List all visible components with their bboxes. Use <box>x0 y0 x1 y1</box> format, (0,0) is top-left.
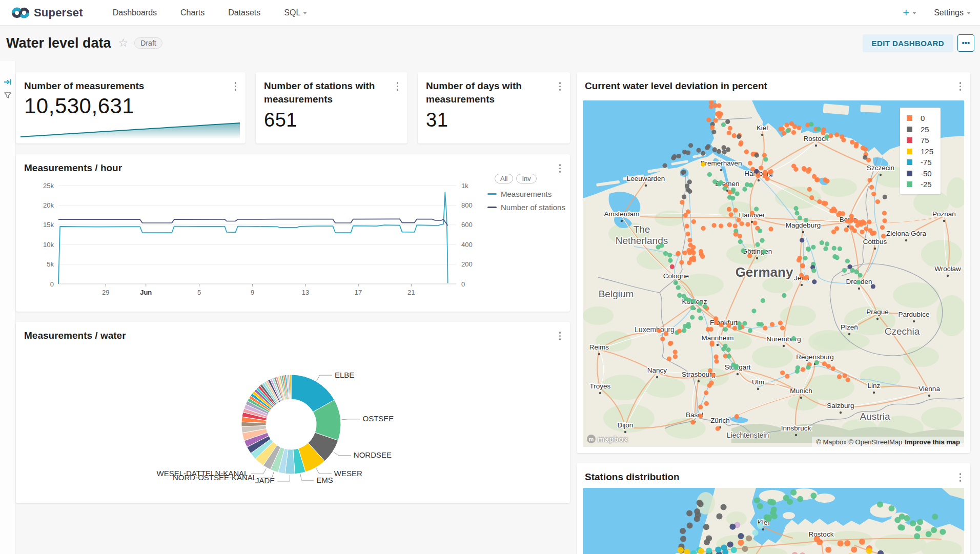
legend-label: Number of stations <box>501 203 565 212</box>
navbar-item-sql[interactable]: SQL <box>284 8 307 17</box>
chart-options-icon[interactable] <box>558 81 562 92</box>
settings-label: Settings <box>934 8 964 17</box>
svg-text:0: 0 <box>461 280 465 288</box>
chart-title: Number of days with measurements <box>426 79 547 106</box>
map-legend-item: -75 <box>907 157 933 168</box>
map-city-label: Linz <box>868 382 881 389</box>
map-city-label: Nancy <box>647 366 667 374</box>
station-dots-oder-gray <box>883 195 887 199</box>
favorite-star-icon[interactable]: ☆ <box>118 36 129 50</box>
map-city-label: Cottbus <box>863 238 887 245</box>
svg-text:400: 400 <box>461 241 473 249</box>
stations-map[interactable]: KielRostockBremerhaven <box>583 488 964 554</box>
chart-title: Stations distribution <box>585 470 948 484</box>
navbar-right: + Settings <box>903 6 971 19</box>
svg-text:21: 21 <box>407 289 415 296</box>
map-city-label: Regensburg <box>796 353 834 361</box>
legend-item[interactable]: Measurements <box>487 190 569 198</box>
attribution-text: © Mapbox © OpenStreetMap <box>816 438 902 446</box>
legend-label: 0 <box>921 114 925 122</box>
svg-text:1k: 1k <box>461 182 468 190</box>
settings-menu[interactable]: Settings <box>934 8 971 17</box>
svg-text:0: 0 <box>50 280 54 288</box>
donut-chart: ELBEOSTSEENORDSEEWESEREMSJADENORD-OSTSEE… <box>16 322 570 503</box>
superset-logo[interactable]: Superset <box>11 6 83 20</box>
chevron-down-icon <box>967 12 971 14</box>
navbar: Superset DashboardsChartsDatasetsSQL + S… <box>0 0 980 26</box>
legend-swatch <box>907 149 912 154</box>
map-city-label: Szczecin <box>867 164 894 172</box>
map-city-label: Kiel <box>757 124 768 132</box>
navbar-menu: DashboardsChartsDatasetsSQL <box>113 8 308 17</box>
legend-swatch <box>907 137 912 143</box>
map-city-label: Innsbruck <box>781 424 811 432</box>
dashboard-more-button[interactable]: ••• <box>957 34 974 52</box>
legend-label: 25 <box>921 125 929 134</box>
svg-text:OSTSEE: OSTSEE <box>363 414 394 423</box>
legend-label: 125 <box>921 147 933 156</box>
deviation-map[interactable]: LeeuwardenAmsterdamTheNetherlandsBelgium… <box>583 100 964 447</box>
map-city-label: Rostock <box>809 530 834 538</box>
new-item-button[interactable]: + <box>903 6 916 19</box>
chart-options-icon[interactable] <box>234 81 238 92</box>
kpi-value: 651 <box>264 109 297 131</box>
improve-map-link[interactable]: Improve this map <box>905 438 960 446</box>
svg-text:20k: 20k <box>43 201 54 209</box>
map-attribution: © Mapbox © OpenStreetMap Improve this ma… <box>812 437 964 447</box>
legend-swatch <box>907 115 912 121</box>
svg-text:25k: 25k <box>43 182 54 190</box>
map-city-label: Luxembourg <box>635 325 675 334</box>
legend-swatch <box>487 193 497 195</box>
station-dots-szczecin-gray <box>863 155 867 160</box>
map-city-label: Amsterdam <box>604 210 639 218</box>
mapbox-logo-icon: m <box>587 435 596 443</box>
svg-text:29: 29 <box>102 289 109 296</box>
timeseries-chart: 005k20010k40015k60020k80025k1k29Jun59131… <box>16 154 570 312</box>
legend-button-all[interactable]: All <box>495 174 513 183</box>
filter-funnel-icon[interactable] <box>0 89 15 102</box>
mapbox-logo[interactable]: m mapbox <box>587 434 628 444</box>
chart-card-number-of-measurements: Number of measurements 10,530,631 <box>16 72 246 143</box>
legend-label: 75 <box>921 136 929 145</box>
legend-swatch <box>907 171 912 176</box>
legend-label: -25 <box>921 180 932 189</box>
map-legend-item: -25 <box>907 179 933 190</box>
legend-button-inv[interactable]: Inv <box>516 174 536 183</box>
map-city-label: Germany <box>736 264 793 280</box>
map-city-label: Reims <box>589 343 609 351</box>
chart-options-icon[interactable] <box>958 81 963 92</box>
map-city-label: Zürich <box>710 417 730 424</box>
svg-text:15k: 15k <box>43 221 54 229</box>
map-city-label: Zielona Góra <box>886 230 927 237</box>
expand-filter-bar-icon[interactable] <box>0 75 15 89</box>
svg-text:200: 200 <box>461 260 473 268</box>
map-city-label: Czechia <box>885 326 920 337</box>
chart-title: Current water level deviation in percent <box>585 79 948 93</box>
map-city-label: Magdeburg <box>786 221 821 229</box>
legend-swatch <box>907 159 912 165</box>
chevron-down-icon <box>303 12 307 14</box>
legend-swatch <box>907 127 912 132</box>
map-city-label: Wrocław <box>934 265 961 273</box>
map-canvas: KielRostockBremerhaven <box>583 488 964 554</box>
chart-card-measurements-per-water: Measurements / water ELBEOSTSEENORDSEEWE… <box>16 322 570 503</box>
edit-dashboard-button[interactable]: EDIT DASHBOARD <box>863 34 953 52</box>
legend-label: -75 <box>921 158 932 167</box>
chart-title: Number of stations with measurements <box>264 79 385 106</box>
legend-item[interactable]: Number of stations <box>487 203 569 212</box>
navbar-item-datasets[interactable]: Datasets <box>228 8 260 17</box>
chart-options-icon[interactable] <box>396 81 400 92</box>
map-city-label: Göttingen <box>742 248 772 255</box>
map-city-label: Ulm <box>752 378 764 386</box>
navbar-item-charts[interactable]: Charts <box>180 8 205 17</box>
navbar-item-label: SQL <box>284 8 300 17</box>
map-city-label: Pardubice <box>899 311 930 318</box>
brand-name: Superset <box>34 6 83 19</box>
map-city-label: The <box>634 224 650 235</box>
navbar-item-dashboards[interactable]: Dashboards <box>113 8 157 17</box>
chart-options-icon[interactable] <box>958 472 963 483</box>
svg-text:NORDSEE: NORDSEE <box>354 450 392 459</box>
chart-title: Number of measurements <box>24 79 223 93</box>
svg-text:WESEL-DATTELN-KANAL: WESEL-DATTELN-KANAL <box>157 469 249 478</box>
map-city-label: Liechtenstein <box>727 431 769 439</box>
